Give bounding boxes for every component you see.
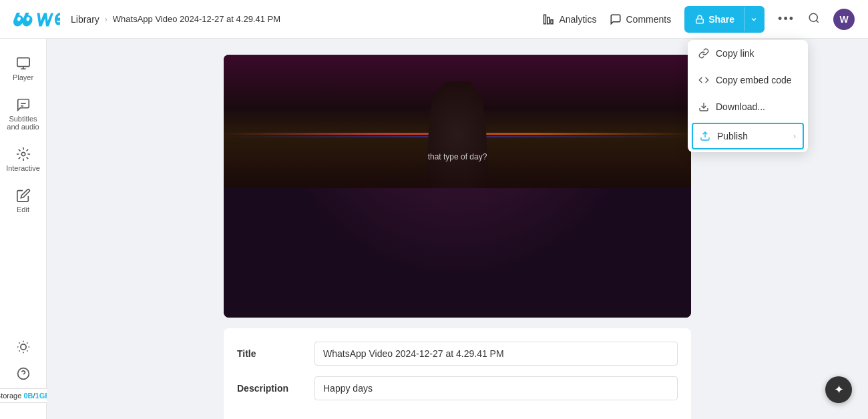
share-dropdown-menu: Copy link Copy embed code Download... Pu… [688,40,808,152]
library-link[interactable]: Library [71,14,99,25]
more-options-button[interactable]: ••• [778,12,795,26]
chevron-down-icon [750,15,758,23]
video-scene: that type of day? [224,55,691,188]
copy-link-item[interactable]: Copy link [688,40,808,67]
subtitles-icon [16,97,31,112]
svg-point-14 [20,344,25,350]
sidebar: Player Subtitles and audio Interactive E… [0,39,47,419]
top-nav: Library › WhatsApp Video 2024-12-27 at 4… [0,0,868,39]
copy-embed-label: Copy embed code [716,75,792,85]
publish-label: Publish [717,131,748,141]
svg-rect-0 [544,15,546,24]
theme-icon [17,340,30,354]
breadcrumb-current: WhatsApp Video 2024-12-27 at 4.29.41 PM [113,14,280,24]
analytics-label: Analytics [559,14,596,25]
theme-toggle-button[interactable] [11,335,35,359]
comments-link[interactable]: Comments [610,13,671,25]
description-label: Description [237,376,304,394]
share-button-group: Share [684,6,765,33]
breadcrumb: Library › WhatsApp Video 2024-12-27 at 4… [71,14,280,25]
person-silhouette [417,81,497,188]
search-icon [808,12,820,24]
download-item[interactable]: Download... [688,93,808,120]
player-icon [16,56,31,71]
video-subtitle: that type of day? [428,152,487,161]
storage-used: 0B [23,392,33,400]
description-row: Description [237,376,678,400]
interactive-icon [16,147,31,161]
description-input[interactable] [314,376,678,400]
sidebar-item-player[interactable]: Player [3,49,43,88]
video-player[interactable]: W WhatsApp Video 2024-12-27 at 4.29.41 P… [224,55,691,318]
player-label: Player [13,73,33,81]
code-icon [698,75,709,85]
lock-icon [695,15,704,24]
comments-label: Comments [626,14,671,25]
copy-link-label: Copy link [716,48,754,59]
breadcrumb-chevron: › [105,15,107,24]
download-icon [698,101,709,112]
share-label: Share [708,14,734,25]
sidebar-item-subtitles[interactable]: Subtitles and audio [3,91,43,137]
sidebar-item-interactive[interactable]: Interactive [3,140,43,179]
subtitles-label: Subtitles and audio [6,115,41,131]
svg-line-5 [816,20,818,22]
comments-icon [610,13,622,25]
topnav-actions: Analytics Comments Share ••• [543,6,855,33]
svg-point-4 [809,13,817,21]
meta-form: Title Description [224,328,691,419]
edit-label: Edit [17,205,29,214]
svg-rect-8 [17,58,29,67]
svg-rect-3 [696,19,704,23]
svg-point-13 [21,152,25,156]
publish-chevron: › [793,131,796,141]
title-row: Title [237,342,678,366]
avatar[interactable]: W [833,9,855,30]
video-background: W WhatsApp Video 2024-12-27 at 4.29.41 P… [224,55,691,318]
video-wrapper: W WhatsApp Video 2024-12-27 at 4.29.41 P… [224,55,691,318]
title-input[interactable] [314,342,678,366]
sidebar-item-edit[interactable]: Edit [3,181,43,220]
copy-embed-item[interactable]: Copy embed code [688,67,808,93]
publish-icon [700,131,710,141]
analytics-icon [543,13,555,25]
edit-icon [16,188,31,203]
interactive-label: Interactive [6,164,40,172]
search-button[interactable] [808,12,820,27]
publish-item[interactable]: Publish › [692,123,804,149]
magic-wand-button[interactable]: ✦ [825,376,852,403]
help-icon [17,367,30,380]
title-label: Title [237,342,304,359]
svg-rect-1 [548,17,550,24]
vimeo-logo[interactable] [13,11,60,27]
analytics-link[interactable]: Analytics [543,13,596,25]
link-icon [698,48,709,59]
share-dropdown-button[interactable] [744,7,763,31]
help-button[interactable] [11,362,35,386]
share-button[interactable]: Share [686,7,744,31]
svg-rect-2 [551,19,553,23]
download-label: Download... [716,101,765,112]
